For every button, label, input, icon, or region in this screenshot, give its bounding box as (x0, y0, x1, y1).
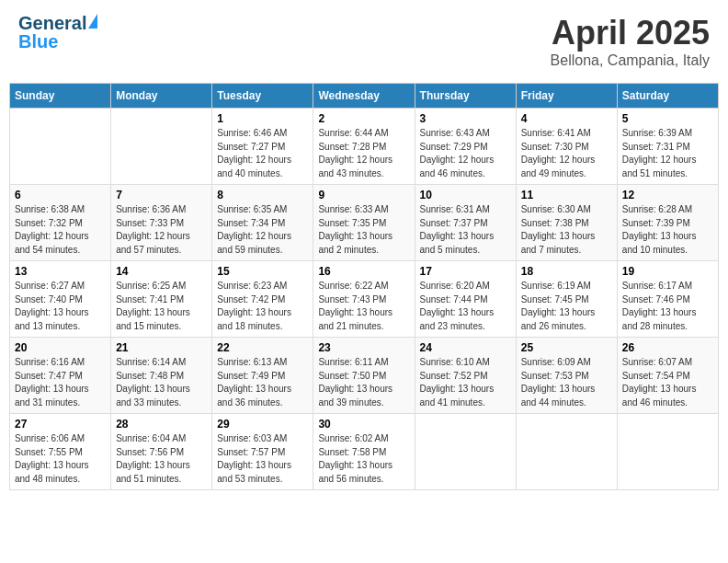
day-info: Sunrise: 6:38 AM Sunset: 7:32 PM Dayligh… (15, 203, 106, 257)
calendar-cell: 12Sunrise: 6:28 AM Sunset: 7:39 PM Dayli… (617, 185, 718, 261)
day-info: Sunrise: 6:02 AM Sunset: 7:58 PM Dayligh… (318, 432, 409, 486)
calendar-cell (10, 109, 111, 185)
calendar-cell: 29Sunrise: 6:03 AM Sunset: 7:57 PM Dayli… (212, 414, 313, 490)
day-info: Sunrise: 6:44 AM Sunset: 7:28 PM Dayligh… (318, 127, 409, 180)
day-number: 10 (420, 189, 511, 201)
month-title: April 2025 (551, 14, 710, 52)
day-info: Sunrise: 6:36 AM Sunset: 7:33 PM Dayligh… (116, 203, 207, 257)
day-info: Sunrise: 6:28 AM Sunset: 7:39 PM Dayligh… (622, 203, 713, 257)
calendar-cell: 9Sunrise: 6:33 AM Sunset: 7:35 PM Daylig… (313, 185, 415, 261)
day-number: 24 (420, 341, 511, 354)
calendar-cell (516, 414, 617, 490)
day-info: Sunrise: 6:04 AM Sunset: 7:56 PM Dayligh… (116, 432, 207, 486)
day-number: 6 (15, 189, 106, 201)
day-info: Sunrise: 6:46 AM Sunset: 7:27 PM Dayligh… (217, 127, 308, 180)
day-number: 18 (521, 265, 612, 278)
calendar-cell: 7Sunrise: 6:36 AM Sunset: 7:33 PM Daylig… (111, 185, 212, 261)
day-number: 20 (15, 341, 106, 354)
day-info: Sunrise: 6:16 AM Sunset: 7:47 PM Dayligh… (15, 356, 106, 409)
calendar-cell: 22Sunrise: 6:13 AM Sunset: 7:49 PM Dayli… (212, 338, 313, 414)
day-info: Sunrise: 6:09 AM Sunset: 7:53 PM Dayligh… (521, 356, 612, 409)
calendar-table: SundayMondayTuesdayWednesdayThursdayFrid… (9, 83, 719, 490)
day-number: 19 (622, 265, 713, 278)
logo-triangle-icon (88, 14, 97, 29)
day-info: Sunrise: 6:14 AM Sunset: 7:48 PM Dayligh… (116, 356, 207, 409)
day-number: 15 (217, 265, 308, 278)
day-info: Sunrise: 6:27 AM Sunset: 7:40 PM Dayligh… (15, 280, 106, 333)
calendar-cell: 3Sunrise: 6:43 AM Sunset: 7:29 PM Daylig… (415, 109, 516, 185)
calendar-cell: 10Sunrise: 6:31 AM Sunset: 7:37 PM Dayli… (415, 185, 516, 261)
day-info: Sunrise: 6:33 AM Sunset: 7:35 PM Dayligh… (318, 203, 409, 257)
day-info: Sunrise: 6:03 AM Sunset: 7:57 PM Dayligh… (217, 432, 308, 486)
calendar-cell: 19Sunrise: 6:17 AM Sunset: 7:46 PM Dayli… (617, 261, 718, 338)
calendar-cell: 6Sunrise: 6:38 AM Sunset: 7:32 PM Daylig… (10, 185, 111, 261)
calendar-cell: 2Sunrise: 6:44 AM Sunset: 7:28 PM Daylig… (313, 109, 415, 185)
page-header: General Blue April 2025 Bellona, Campani… (9, 9, 719, 74)
day-header-saturday: Saturday (617, 84, 718, 109)
day-number: 30 (318, 418, 409, 431)
calendar-cell: 24Sunrise: 6:10 AM Sunset: 7:52 PM Dayli… (415, 338, 516, 414)
day-number: 16 (318, 265, 409, 278)
calendar-cell: 1Sunrise: 6:46 AM Sunset: 7:27 PM Daylig… (212, 109, 313, 185)
day-info: Sunrise: 6:06 AM Sunset: 7:55 PM Dayligh… (15, 432, 106, 486)
calendar-cell: 21Sunrise: 6:14 AM Sunset: 7:48 PM Dayli… (111, 338, 212, 414)
calendar-cell: 20Sunrise: 6:16 AM Sunset: 7:47 PM Dayli… (10, 338, 111, 414)
day-info: Sunrise: 6:07 AM Sunset: 7:54 PM Dayligh… (622, 356, 713, 409)
calendar-week-row: 27Sunrise: 6:06 AM Sunset: 7:55 PM Dayli… (10, 414, 719, 490)
calendar-cell: 28Sunrise: 6:04 AM Sunset: 7:56 PM Dayli… (111, 414, 212, 490)
day-number: 13 (15, 265, 106, 278)
calendar-week-row: 1Sunrise: 6:46 AM Sunset: 7:27 PM Daylig… (10, 109, 719, 185)
day-number: 3 (420, 112, 511, 125)
calendar-cell: 5Sunrise: 6:39 AM Sunset: 7:31 PM Daylig… (617, 109, 718, 185)
calendar-cell: 13Sunrise: 6:27 AM Sunset: 7:40 PM Dayli… (10, 261, 111, 338)
logo-general: General (18, 14, 86, 32)
calendar-cell: 17Sunrise: 6:20 AM Sunset: 7:44 PM Dayli… (415, 261, 516, 338)
day-number: 22 (217, 341, 308, 354)
day-number: 4 (521, 112, 612, 125)
calendar-cell: 8Sunrise: 6:35 AM Sunset: 7:34 PM Daylig… (212, 185, 313, 261)
day-number: 17 (420, 265, 511, 278)
day-info: Sunrise: 6:19 AM Sunset: 7:45 PM Dayligh… (521, 280, 612, 333)
calendar-week-row: 13Sunrise: 6:27 AM Sunset: 7:40 PM Dayli… (10, 261, 719, 338)
calendar-cell (415, 414, 516, 490)
title-area: April 2025 Bellona, Campania, Italy (551, 14, 710, 69)
logo: General Blue (18, 14, 97, 51)
day-number: 2 (318, 112, 409, 125)
day-header-tuesday: Tuesday (212, 84, 313, 109)
day-header-wednesday: Wednesday (313, 84, 415, 109)
logo-blue: Blue (18, 31, 58, 52)
day-info: Sunrise: 6:43 AM Sunset: 7:29 PM Dayligh… (420, 127, 511, 180)
day-header-sunday: Sunday (10, 84, 111, 109)
calendar-cell: 14Sunrise: 6:25 AM Sunset: 7:41 PM Dayli… (111, 261, 212, 338)
calendar-cell: 16Sunrise: 6:22 AM Sunset: 7:43 PM Dayli… (313, 261, 415, 338)
calendar-cell: 23Sunrise: 6:11 AM Sunset: 7:50 PM Dayli… (313, 338, 415, 414)
day-info: Sunrise: 6:39 AM Sunset: 7:31 PM Dayligh… (622, 127, 713, 180)
day-info: Sunrise: 6:41 AM Sunset: 7:30 PM Dayligh… (521, 127, 612, 180)
calendar-cell: 30Sunrise: 6:02 AM Sunset: 7:58 PM Dayli… (313, 414, 415, 490)
day-info: Sunrise: 6:17 AM Sunset: 7:46 PM Dayligh… (622, 280, 713, 333)
day-header-thursday: Thursday (415, 84, 516, 109)
day-info: Sunrise: 6:35 AM Sunset: 7:34 PM Dayligh… (217, 203, 308, 257)
calendar-cell: 18Sunrise: 6:19 AM Sunset: 7:45 PM Dayli… (516, 261, 617, 338)
calendar-cell: 15Sunrise: 6:23 AM Sunset: 7:42 PM Dayli… (212, 261, 313, 338)
day-info: Sunrise: 6:31 AM Sunset: 7:37 PM Dayligh… (420, 203, 511, 257)
day-number: 9 (318, 189, 409, 201)
day-header-monday: Monday (111, 84, 212, 109)
day-number: 12 (622, 189, 713, 201)
day-number: 1 (217, 112, 308, 125)
day-info: Sunrise: 6:20 AM Sunset: 7:44 PM Dayligh… (420, 280, 511, 333)
calendar-cell (617, 414, 718, 490)
day-info: Sunrise: 6:22 AM Sunset: 7:43 PM Dayligh… (318, 280, 409, 333)
day-number: 5 (622, 112, 713, 125)
day-number: 26 (622, 341, 713, 354)
calendar-cell: 4Sunrise: 6:41 AM Sunset: 7:30 PM Daylig… (516, 109, 617, 185)
day-number: 27 (15, 418, 106, 431)
calendar-cell (111, 109, 212, 185)
day-info: Sunrise: 6:25 AM Sunset: 7:41 PM Dayligh… (116, 280, 207, 333)
day-info: Sunrise: 6:13 AM Sunset: 7:49 PM Dayligh… (217, 356, 308, 409)
calendar-cell: 25Sunrise: 6:09 AM Sunset: 7:53 PM Dayli… (516, 338, 617, 414)
day-info: Sunrise: 6:10 AM Sunset: 7:52 PM Dayligh… (420, 356, 511, 409)
location-title: Bellona, Campania, Italy (551, 52, 710, 69)
day-info: Sunrise: 6:23 AM Sunset: 7:42 PM Dayligh… (217, 280, 308, 333)
day-number: 11 (521, 189, 612, 201)
